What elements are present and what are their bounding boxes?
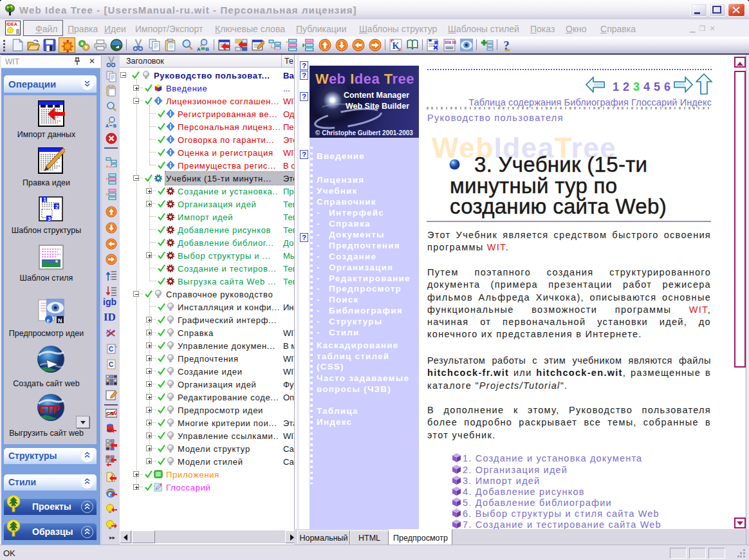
svg-text:A: A: [106, 124, 109, 128]
svg-text:B: B: [113, 124, 116, 128]
svg-text:bla bla: bla bla: [445, 40, 456, 44]
svg-text:3: 3: [48, 216, 51, 222]
svg-text:C: C: [109, 361, 113, 368]
svg-text:FTP: FTP: [39, 404, 60, 416]
svg-text:N: N: [58, 317, 62, 324]
svg-text:2: 2: [55, 203, 59, 210]
svg-text:e: e: [47, 317, 50, 324]
svg-text:B: B: [205, 46, 209, 51]
svg-text:A: A: [197, 46, 201, 51]
svg-text:1: 1: [43, 196, 46, 203]
svg-text:C: C: [109, 346, 113, 353]
svg-text:K: K: [392, 41, 400, 51]
